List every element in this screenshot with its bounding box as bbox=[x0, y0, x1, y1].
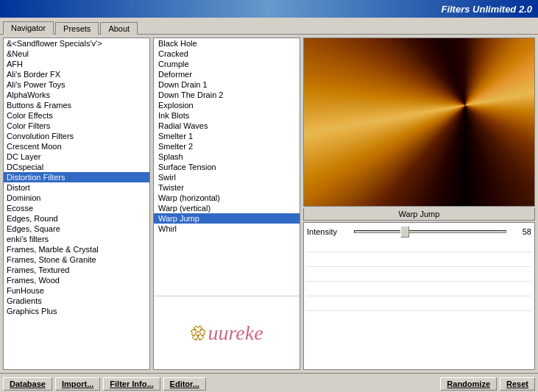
filter-item[interactable]: Crumple bbox=[154, 59, 300, 69]
empty-row-3 bbox=[307, 268, 531, 282]
intensity-track[interactable] bbox=[354, 230, 506, 233]
empty-row-4 bbox=[307, 283, 531, 296]
filter-list: Black HoleCrackedCrumpleDeformerDown Dra… bbox=[154, 38, 300, 296]
bottom-toolbar: Database Import... Filter Info... Editor… bbox=[0, 373, 538, 392]
nav-item[interactable]: Ali's Border FX bbox=[4, 69, 149, 79]
filter-item[interactable]: Smelter 1 bbox=[154, 131, 300, 141]
filter-info-button[interactable]: Filter Info... bbox=[103, 377, 160, 391]
tab-presets[interactable]: Presets bbox=[55, 22, 99, 35]
filter-item[interactable]: Ink Blots bbox=[154, 110, 300, 121]
nav-item[interactable]: Frames, Marble & Crystal bbox=[4, 244, 149, 254]
randomize-button[interactable]: Randomize bbox=[440, 377, 497, 391]
nav-item[interactable]: Frames, Wood bbox=[4, 275, 149, 285]
empty-row-5 bbox=[307, 298, 531, 311]
intensity-label: Intensity bbox=[307, 227, 351, 236]
nav-item[interactable]: Frames, Textured bbox=[4, 265, 149, 275]
nav-item[interactable]: Gradients bbox=[4, 296, 149, 306]
nav-item[interactable]: Color Effects bbox=[4, 110, 149, 121]
filter-item[interactable]: Splash bbox=[154, 152, 300, 162]
filter-item[interactable]: Explosion bbox=[154, 100, 300, 110]
watermark-text: uureke bbox=[208, 321, 263, 345]
tab-navigator[interactable]: Navigator bbox=[3, 21, 54, 35]
filter-panel: Black HoleCrackedCrumpleDeformerDown Dra… bbox=[153, 38, 300, 370]
nav-item[interactable]: Ali's Power Toys bbox=[4, 79, 149, 90]
filter-item[interactable]: Whirl bbox=[154, 224, 300, 234]
intensity-thumb[interactable] bbox=[400, 226, 409, 238]
filter-item[interactable]: Cracked bbox=[154, 49, 300, 59]
watermark-area: 🏵 uureke bbox=[154, 296, 300, 369]
reset-button[interactable]: Reset bbox=[500, 377, 535, 391]
filter-item[interactable]: Surface Tension bbox=[154, 162, 300, 172]
filter-item[interactable]: Warp (vertical) bbox=[154, 203, 300, 213]
nav-item[interactable]: FunHouse bbox=[4, 285, 149, 296]
right-panel: Warp Jump Intensity 58 bbox=[303, 38, 535, 370]
nav-item[interactable]: enki's filters bbox=[4, 234, 149, 244]
nav-item[interactable]: Dominion bbox=[4, 193, 149, 203]
filter-item[interactable]: Deformer bbox=[154, 69, 300, 79]
nav-item[interactable]: Ecosse bbox=[4, 203, 149, 213]
nav-item[interactable]: Distort bbox=[4, 182, 149, 193]
filter-item[interactable]: Warp Jump bbox=[154, 213, 300, 224]
filter-item[interactable]: Twister bbox=[154, 182, 300, 193]
nav-item[interactable]: Frames, Stone & Granite bbox=[4, 254, 149, 265]
nav-item[interactable]: Buttons & Frames bbox=[4, 100, 149, 110]
tab-about[interactable]: About bbox=[100, 22, 138, 35]
nav-item[interactable]: Convolution Filters bbox=[4, 131, 149, 141]
preview-canvas bbox=[304, 38, 534, 206]
preview-label: Warp Jump bbox=[303, 208, 535, 221]
title-text: Filters Unlimited 2.0 bbox=[441, 4, 532, 15]
preview-area bbox=[303, 38, 535, 207]
filter-item[interactable]: Down The Drain 2 bbox=[154, 90, 300, 100]
nav-item[interactable]: Graphics Plus bbox=[4, 306, 149, 316]
filter-item[interactable]: Radial Waves bbox=[154, 121, 300, 131]
filter-item[interactable]: Down Drain 1 bbox=[154, 79, 300, 90]
nav-item[interactable]: Color Filters bbox=[4, 121, 149, 131]
nav-item[interactable]: Distortion Filters bbox=[4, 172, 149, 182]
filter-item[interactable]: Swirl bbox=[154, 172, 300, 182]
nav-item[interactable]: &<Sandflower Specials'v'> bbox=[4, 38, 149, 49]
nav-item[interactable]: Edges, Square bbox=[4, 224, 149, 234]
tab-bar: Navigator Presets About bbox=[0, 18, 538, 35]
navigator-list: &<Sandflower Specials'v'>&NeulAFHAli's B… bbox=[4, 38, 149, 316]
nav-item[interactable]: &Neul bbox=[4, 49, 149, 59]
main-content: &<Sandflower Specials'v'>&NeulAFHAli's B… bbox=[0, 35, 538, 373]
nav-item[interactable]: AlphaWorks bbox=[4, 90, 149, 100]
nav-item[interactable]: Crescent Moon bbox=[4, 141, 149, 152]
nav-item[interactable]: AFH bbox=[4, 59, 149, 69]
intensity-slider-row: Intensity 58 bbox=[307, 226, 531, 238]
controls-area: Intensity 58 bbox=[303, 222, 535, 370]
intensity-value: 58 bbox=[509, 227, 531, 236]
filter-item[interactable]: Smelter 2 bbox=[154, 141, 300, 152]
editor-button[interactable]: Editor... bbox=[163, 377, 206, 391]
nav-item[interactable]: Edges, Round bbox=[4, 213, 149, 224]
navigator-panel[interactable]: &<Sandflower Specials'v'>&NeulAFHAli's B… bbox=[3, 38, 150, 370]
filter-item[interactable]: Warp (horizontal) bbox=[154, 193, 300, 203]
database-button[interactable]: Database bbox=[3, 377, 52, 391]
nav-item[interactable]: DCspecial bbox=[4, 162, 149, 172]
empty-row-2 bbox=[307, 254, 531, 267]
empty-row-1 bbox=[307, 239, 531, 252]
watermark-ornament: 🏵 bbox=[190, 323, 208, 343]
import-button[interactable]: Import... bbox=[55, 377, 100, 391]
filter-item[interactable]: Black Hole bbox=[154, 38, 300, 49]
title-bar: Filters Unlimited 2.0 bbox=[0, 0, 538, 18]
nav-item[interactable]: DC Layer bbox=[4, 152, 149, 162]
